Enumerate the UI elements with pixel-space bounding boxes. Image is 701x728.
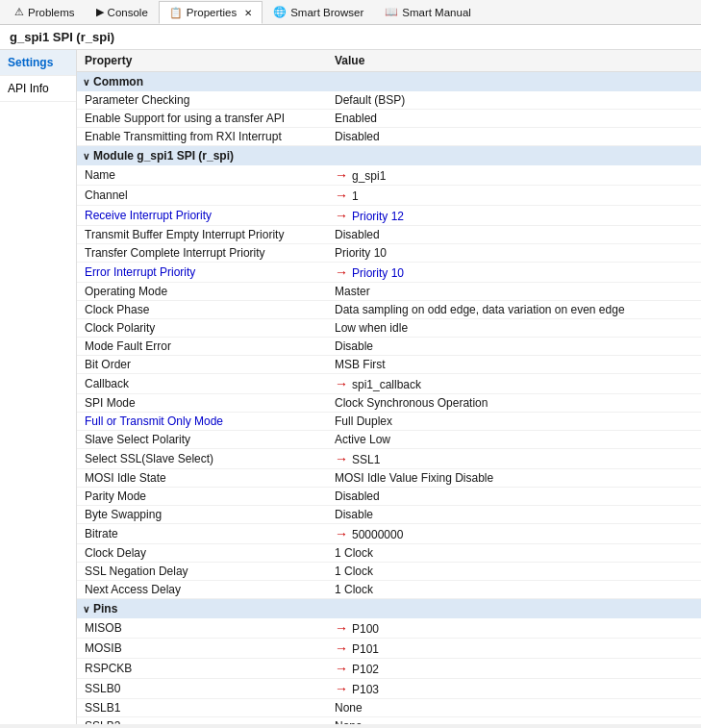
tab-console[interactable]: ▶ Console [86, 1, 159, 24]
property-name: MISOB [77, 618, 327, 639]
arrow-icon: → [335, 620, 348, 636]
table-row[interactable]: MOSI Idle StateMOSI Idle Value Fixing Di… [77, 469, 701, 488]
arrow-icon: → [335, 264, 348, 280]
property-value: →Priority 12 [327, 206, 701, 226]
table-row[interactable]: Receive Interrupt Priority→Priority 12 [77, 206, 701, 226]
table-row[interactable]: SSLB2None [77, 717, 701, 725]
col-value: Value [327, 50, 701, 72]
tab-smart-browser-label: Smart Browser [290, 7, 363, 18]
property-name: Enable Support for using a transfer API [77, 110, 327, 128]
tab-problems[interactable]: ⚠ Problems [4, 1, 86, 24]
property-value: None [327, 717, 701, 725]
property-value: 1 Clock [327, 563, 701, 581]
smart-manual-icon: 📖 [385, 6, 398, 18]
table-row[interactable]: Clock Delay1 Clock [77, 544, 701, 563]
table-row[interactable]: Clock PhaseData sampling on odd edge, da… [77, 301, 701, 319]
property-value: MOSI Idle Value Fixing Disable [327, 469, 701, 488]
table-row[interactable]: Name→g_spi1 [77, 165, 701, 186]
table-row[interactable]: Select SSL(Slave Select)→SSL1 [77, 449, 701, 469]
section-header: ∨Pins [77, 599, 701, 619]
arrow-icon: → [335, 526, 348, 541]
table-row[interactable]: Enable Transmitting from RXI InterruptDi… [77, 128, 701, 146]
property-value: Default (BSP) [327, 91, 701, 110]
property-value: Master [327, 283, 701, 301]
property-name: Mode Fault Error [77, 338, 327, 356]
table-row[interactable]: Next Access Delay1 Clock [77, 581, 701, 599]
property-name: SSLB1 [77, 699, 327, 717]
settings-button[interactable]: Settings [0, 50, 76, 76]
table-row[interactable]: Bit OrderMSB First [77, 356, 701, 374]
property-name: Clock Delay [77, 544, 327, 563]
table-row[interactable]: Operating ModeMaster [77, 283, 701, 301]
table-row[interactable]: MISOB→P100 [77, 618, 701, 639]
table-row[interactable]: MOSIB→P101 [77, 639, 701, 659]
property-value: Priority 10 [327, 244, 701, 263]
content-area: Property Value ∨CommonParameter Checking… [77, 50, 701, 724]
property-value: Disabled [327, 488, 701, 506]
property-value: →P100 [327, 618, 701, 639]
tab-smart-browser[interactable]: 🌐 Smart Browser [263, 1, 374, 24]
table-row[interactable]: Transmit Buffer Empty Interrupt Priority… [77, 226, 701, 244]
property-name: MOSI Idle State [77, 469, 327, 488]
section-header: ∨Module g_spi1 SPI (r_spi) [77, 146, 701, 166]
property-value: →50000000 [327, 524, 701, 544]
section-header: ∨Common [77, 72, 701, 92]
tab-problems-label: Problems [28, 7, 75, 18]
property-value: →SSL1 [327, 449, 701, 469]
table-row[interactable]: Parameter CheckingDefault (BSP) [77, 91, 701, 110]
property-value: →g_spi1 [327, 165, 701, 186]
property-name: Parity Mode [77, 488, 327, 506]
table-row[interactable]: Mode Fault ErrorDisable [77, 338, 701, 356]
property-value: None [327, 699, 701, 717]
property-name: Bitrate [77, 524, 327, 544]
tab-console-label: Console [108, 7, 148, 18]
property-name: Transfer Complete Interrupt Priority [77, 244, 327, 263]
property-value: →P101 [327, 639, 701, 659]
table-row[interactable]: Channel→1 [77, 186, 701, 206]
sidebar: Settings API Info [0, 50, 77, 724]
title-bar: g_spi1 SPI (r_spi) [0, 25, 701, 50]
table-row[interactable]: Byte SwappingDisable [77, 506, 701, 524]
table-row[interactable]: Error Interrupt Priority→Priority 10 [77, 263, 701, 283]
table-row[interactable]: Slave Select PolarityActive Low [77, 431, 701, 449]
table-row[interactable]: Bitrate→50000000 [77, 524, 701, 544]
table-row[interactable]: Clock PolarityLow when idle [77, 319, 701, 338]
property-value: Disabled [327, 226, 701, 244]
api-info-button[interactable]: API Info [0, 76, 76, 102]
property-name: Transmit Buffer Empty Interrupt Priority [77, 226, 327, 244]
property-name: SSL Negation Delay [77, 563, 327, 581]
table-row[interactable]: Parity ModeDisabled [77, 488, 701, 506]
property-value: Full Duplex [327, 413, 701, 431]
property-value: Disable [327, 338, 701, 356]
property-name: SSLB2 [77, 717, 327, 725]
close-icon[interactable]: ✕ [244, 8, 252, 18]
property-value: →Priority 10 [327, 263, 701, 283]
arrow-icon: → [335, 208, 348, 223]
table-row[interactable]: SPI ModeClock Synchronous Operation [77, 394, 701, 413]
table-row[interactable]: RSPCKB→P102 [77, 659, 701, 679]
table-row[interactable]: SSL Negation Delay1 Clock [77, 563, 701, 581]
problems-icon: ⚠ [14, 6, 24, 18]
property-name: Byte Swapping [77, 506, 327, 524]
property-value: 1 Clock [327, 544, 701, 563]
table-row[interactable]: SSLB1None [77, 699, 701, 717]
property-name: Clock Phase [77, 301, 327, 319]
property-name: Enable Transmitting from RXI Interrupt [77, 128, 327, 146]
tab-smart-manual[interactable]: 📖 Smart Manual [374, 1, 482, 24]
table-row[interactable]: SSLB0→P103 [77, 679, 701, 699]
property-name: Bit Order [77, 356, 327, 374]
tab-properties[interactable]: 📋 Properties ✕ [159, 1, 263, 24]
table-row[interactable]: Enable Support for using a transfer APIE… [77, 110, 701, 128]
property-name: Channel [77, 186, 327, 206]
property-name: Clock Polarity [77, 319, 327, 338]
table-row[interactable]: Callback→spi1_callback [77, 374, 701, 394]
property-name: Next Access Delay [77, 581, 327, 599]
properties-icon: 📋 [169, 7, 183, 19]
property-name: MOSIB [77, 639, 327, 659]
property-name: Receive Interrupt Priority [77, 206, 327, 226]
property-value: Active Low [327, 431, 701, 449]
arrow-icon: → [335, 167, 348, 183]
property-name: Error Interrupt Priority [77, 263, 327, 283]
table-row[interactable]: Full or Transmit Only ModeFull Duplex [77, 413, 701, 431]
table-row[interactable]: Transfer Complete Interrupt PriorityPrio… [77, 244, 701, 263]
